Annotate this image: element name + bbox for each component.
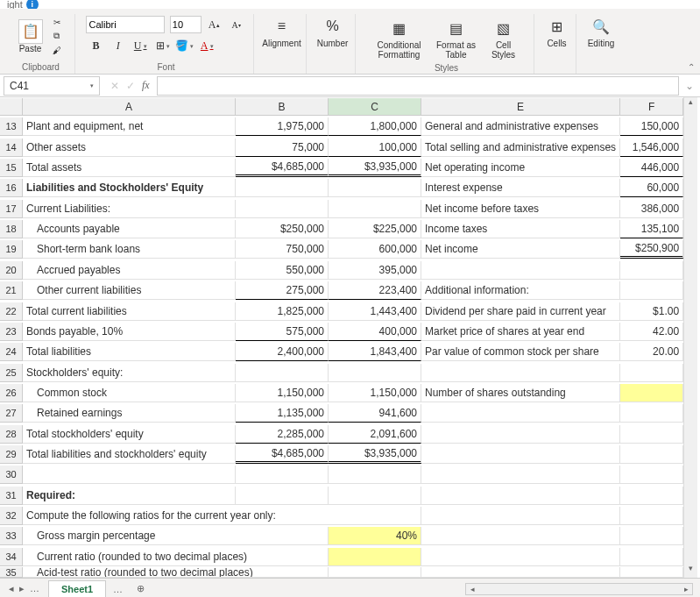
cell[interactable]: Total selling and administrative expense… — [421, 139, 620, 157]
cell[interactable] — [620, 567, 683, 578]
cell[interactable] — [329, 200, 421, 218]
cell[interactable] — [620, 364, 683, 382]
cell[interactable]: 1,150,000 — [329, 384, 421, 402]
cell[interactable]: Acid-test ratio (rounded to two decimal … — [23, 567, 329, 578]
conditional-formatting-button[interactable]: ▦ Conditional Formatting — [371, 16, 428, 61]
spreadsheet-grid[interactable]: ABCEF13Plant and equipment, net1,975,000… — [0, 97, 683, 578]
row-header[interactable]: 15 — [0, 159, 23, 177]
cell[interactable]: Income taxes — [421, 220, 620, 238]
cell[interactable] — [421, 404, 620, 423]
cell[interactable]: Current ratio (rounded to two decimal pl… — [23, 548, 329, 566]
italic-button[interactable]: I — [109, 38, 128, 55]
cell[interactable] — [421, 527, 620, 545]
number-button[interactable]: % Number — [313, 14, 353, 50]
cell[interactable]: 1,546,000 — [620, 139, 683, 157]
cell[interactable] — [236, 364, 329, 382]
cell[interactable]: 1,150,000 — [236, 384, 329, 402]
font-name-select[interactable] — [86, 16, 165, 33]
cell[interactable]: 40% — [329, 527, 421, 545]
cell-styles-button[interactable]: ▧ Cell Styles — [484, 16, 523, 61]
cell[interactable]: $250,000 — [236, 220, 329, 238]
cell[interactable]: 135,100 — [620, 220, 683, 238]
cell[interactable]: Total stockholders' equity — [23, 425, 236, 444]
cell[interactable]: 42.00 — [620, 323, 683, 341]
cell[interactable] — [620, 507, 683, 525]
row-header[interactable]: 26 — [0, 384, 23, 402]
cell[interactable]: Total liabilities and stockholders' equi… — [23, 445, 236, 464]
cell[interactable]: Other current liabilities — [23, 281, 236, 300]
cell[interactable]: Net income before taxes — [421, 200, 620, 218]
underline-button[interactable]: U▾ — [131, 38, 150, 55]
cell[interactable]: Stockholders' equity: — [23, 364, 236, 382]
cell[interactable]: $3,935,000 — [329, 445, 421, 464]
cell[interactable]: 2,091,600 — [329, 425, 421, 444]
cell[interactable]: Net operating income — [421, 159, 620, 177]
cell[interactable]: Total liabilities — [23, 343, 236, 361]
cell[interactable] — [620, 384, 683, 402]
tab-nav-first-icon[interactable]: ◂ — [9, 583, 14, 594]
scroll-left-icon[interactable]: ◂ — [466, 585, 478, 593]
cell[interactable] — [329, 567, 421, 578]
row-header[interactable]: 17 — [0, 200, 23, 218]
cell[interactable]: 750,000 — [236, 240, 329, 259]
alignment-button[interactable]: ≡ Alignment — [256, 14, 308, 50]
cell[interactable]: Common stock — [23, 384, 236, 402]
horizontal-scrollbar[interactable]: ◂ ▸ — [465, 583, 693, 595]
cell[interactable] — [421, 261, 620, 280]
cell[interactable] — [329, 364, 421, 382]
scroll-up-icon[interactable]: ▴ — [684, 97, 697, 111]
cells-button[interactable]: ⊞ Cells — [541, 14, 574, 50]
cell[interactable] — [329, 179, 421, 197]
select-all-corner[interactable] — [0, 98, 23, 116]
tab-nav-more[interactable]: … — [30, 583, 39, 594]
row-header[interactable]: 32 — [0, 507, 23, 525]
font-color-button[interactable]: A▾ — [197, 38, 216, 55]
cell[interactable]: $1.00 — [620, 302, 683, 321]
cell[interactable]: 600,000 — [329, 240, 421, 259]
cell[interactable] — [421, 364, 620, 382]
cell[interactable]: 395,000 — [329, 261, 421, 280]
cell[interactable]: 2,400,000 — [236, 343, 329, 361]
column-header-A[interactable]: A — [23, 98, 236, 116]
cell[interactable]: Total assets — [23, 159, 236, 177]
cell[interactable]: Short-term bank loans — [23, 240, 236, 259]
scroll-down-icon[interactable]: ▾ — [684, 564, 697, 578]
name-box[interactable]: C41 ▾ — [4, 76, 100, 96]
cell[interactable]: Net income — [421, 240, 620, 259]
cell[interactable] — [421, 487, 620, 505]
cell[interactable]: Current Liabilities: — [23, 200, 236, 218]
row-header[interactable]: 14 — [0, 139, 23, 157]
cell[interactable]: 550,000 — [236, 261, 329, 280]
cell[interactable]: Retained earnings — [23, 404, 236, 423]
cell[interactable]: 1,843,400 — [329, 343, 421, 361]
cell[interactable] — [421, 567, 620, 578]
cell[interactable] — [329, 548, 421, 566]
cell[interactable]: Market price of shares at year end — [421, 323, 620, 341]
cell[interactable] — [421, 548, 620, 566]
cell[interactable] — [329, 487, 421, 505]
cell[interactable] — [421, 507, 620, 525]
fill-color-button[interactable]: 🪣▾ — [175, 38, 194, 55]
row-header[interactable]: 28 — [0, 425, 23, 444]
cell[interactable] — [329, 466, 421, 484]
cell[interactable]: Additional information: — [421, 281, 620, 300]
collapse-ribbon-icon[interactable]: ⌃ — [688, 62, 695, 72]
cell[interactable]: Total current liabilities — [23, 302, 236, 321]
cell[interactable]: $225,000 — [329, 220, 421, 238]
row-header[interactable]: 18 — [0, 220, 23, 238]
cell[interactable]: 1,975,000 — [236, 117, 329, 136]
row-header[interactable]: 30 — [0, 466, 23, 484]
cell[interactable]: Bonds payable, 10% — [23, 323, 236, 341]
cell[interactable] — [620, 548, 683, 566]
cell[interactable]: 60,000 — [620, 179, 683, 197]
row-header[interactable]: 27 — [0, 404, 23, 423]
cell[interactable]: $3,935,000 — [329, 159, 421, 177]
cell[interactable]: 223,400 — [329, 281, 421, 300]
cell[interactable] — [620, 425, 683, 444]
cell[interactable]: 386,000 — [620, 200, 683, 218]
cell[interactable] — [620, 487, 683, 505]
cell[interactable]: 1,443,400 — [329, 302, 421, 321]
cell[interactable] — [23, 466, 236, 484]
cell[interactable]: 20.00 — [620, 343, 683, 361]
chevron-down-icon[interactable]: ▾ — [90, 82, 94, 89]
